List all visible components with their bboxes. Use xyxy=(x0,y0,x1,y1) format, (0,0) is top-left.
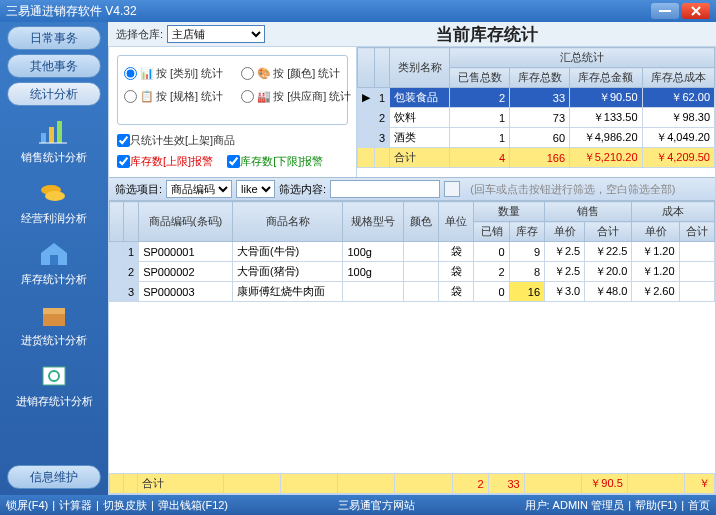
content-area: 选择仓库: 主店铺 当前库存统计 📊按 [类别] 统计 🎨按 [颜色] 统计 📋… xyxy=(108,22,716,495)
status-link[interactable]: 用户: ADMIN 管理员 xyxy=(525,499,625,511)
svg-point-5 xyxy=(45,191,65,201)
svg-rect-6 xyxy=(50,255,58,265)
app-title: 三易通进销存软件 V4.32 xyxy=(6,3,648,20)
filter-apply-button[interactable] xyxy=(444,181,460,197)
sidebar-item-purchase-stats[interactable]: 进货统计分析 xyxy=(21,299,87,348)
sidebar-pill-daily[interactable]: 日常事务 xyxy=(7,26,101,50)
status-link[interactable]: 锁屏(F4) xyxy=(6,499,48,511)
filter-input[interactable] xyxy=(330,180,440,198)
stat-options-panel: 📊按 [类别] 统计 🎨按 [颜色] 统计 📋按 [规格] 统计 🏭按 [供应商… xyxy=(109,47,357,177)
radio-by-spec[interactable]: 📋按 [规格] 统计 xyxy=(124,89,223,104)
filter-content-label: 筛选内容: xyxy=(279,182,326,197)
filter-op-select[interactable]: like xyxy=(236,180,275,198)
status-bar: 锁屏(F4)|计算器|切换皮肤|弹出钱箱(F12) 三易通官方网站 用户: AD… xyxy=(0,495,716,515)
box-icon xyxy=(36,299,72,331)
warehouse-select[interactable]: 主店铺 xyxy=(167,25,265,43)
sidebar-pill-info[interactable]: 信息维护 xyxy=(7,465,101,489)
chart-icon xyxy=(36,116,72,148)
product-detail-table[interactable]: 商品编码(条码) 商品名称 规格型号 颜色 单位 数量 销售 成本 已销 库存 xyxy=(109,201,715,473)
table-row[interactable]: 2SP000002大骨面(猪骨)100g袋28￥2.5￥20.0￥1.20 xyxy=(110,262,715,282)
sidebar-item-jxc-stats[interactable]: 进销存统计分析 xyxy=(16,360,93,409)
detail-total-row: 合计 2 33 ￥90.5 ￥ xyxy=(109,473,715,494)
close-button[interactable] xyxy=(682,3,710,19)
summary-total-row: 合计 4 166 ￥5,210.20 ￥4,209.50 xyxy=(358,148,715,168)
table-row[interactable]: 3酒类160￥4,986.20￥4,049.20 xyxy=(358,128,715,148)
title-bar: 三易通进销存软件 V4.32 xyxy=(0,0,716,22)
table-row[interactable]: 3SP000003康师傅红烧牛肉面袋016￥3.0￥48.0￥2.60 xyxy=(110,282,715,302)
svg-rect-0 xyxy=(659,10,671,12)
top-controls: 选择仓库: 主店铺 当前库存统计 xyxy=(108,22,716,46)
filter-hint: (回车或点击按钮进行筛选，空白筛选全部) xyxy=(470,182,675,197)
sidebar: 日常事务 其他事务 统计分析 销售统计分析 经营利润分析 库存统计分析 进货统计… xyxy=(0,22,108,495)
cycle-icon xyxy=(36,360,72,392)
svg-rect-1 xyxy=(41,133,46,143)
checkbox-only-onshelf[interactable]: 只统计生效[上架]商品 xyxy=(117,133,348,148)
filter-label: 筛选项目: xyxy=(115,182,162,197)
svg-rect-3 xyxy=(57,121,62,143)
sidebar-item-sales-stats[interactable]: 销售统计分析 xyxy=(21,116,87,165)
sidebar-item-stock-stats[interactable]: 库存统计分析 xyxy=(21,238,87,287)
status-link[interactable]: 计算器 xyxy=(59,499,92,511)
status-link[interactable]: 切换皮肤 xyxy=(103,499,147,511)
coins-icon xyxy=(36,177,72,209)
status-center-link[interactable]: 三易通官方网站 xyxy=(338,498,415,513)
radio-by-category[interactable]: 📊按 [类别] 统计 xyxy=(124,66,223,81)
category-summary-table[interactable]: 类别名称 汇总统计 已售总数 库存总数 库存总金额 库存总成本 ▶1包装食品23… xyxy=(357,47,715,177)
filter-column-select[interactable]: 商品编码 xyxy=(166,180,232,198)
warehouse-label: 选择仓库: xyxy=(116,27,163,42)
svg-rect-8 xyxy=(43,308,65,314)
svg-rect-9 xyxy=(43,367,65,385)
sidebar-item-profit[interactable]: 经营利润分析 xyxy=(21,177,87,226)
svg-rect-2 xyxy=(49,127,54,143)
checkbox-alarm-upper[interactable]: 库存数[上限]报警 xyxy=(117,154,213,169)
table-row[interactable]: ▶1包装食品233￥90.50￥62.00 xyxy=(358,88,715,108)
page-title: 当前库存统计 xyxy=(265,23,708,46)
minimize-button[interactable] xyxy=(651,3,679,19)
checkbox-alarm-lower[interactable]: 库存数[下限]报警 xyxy=(227,154,323,169)
sidebar-pill-stats[interactable]: 统计分析 xyxy=(7,82,101,106)
sidebar-pill-other[interactable]: 其他事务 xyxy=(7,54,101,78)
radio-by-color[interactable]: 🎨按 [颜色] 统计 xyxy=(241,66,340,81)
table-row[interactable]: 2饮料173￥133.50￥98.30 xyxy=(358,108,715,128)
status-link[interactable]: 弹出钱箱(F12) xyxy=(158,499,228,511)
table-row[interactable]: 1SP000001大骨面(牛骨)100g袋09￥2.5￥22.5￥1.20 xyxy=(110,242,715,262)
status-link[interactable]: 帮助(F1) xyxy=(635,499,677,511)
radio-by-supplier[interactable]: 🏭按 [供应商] 统计 xyxy=(241,89,351,104)
filter-bar: 筛选项目: 商品编码 like 筛选内容: (回车或点击按钮进行筛选，空白筛选全… xyxy=(109,177,715,201)
house-icon xyxy=(36,238,72,270)
status-link[interactable]: 首页 xyxy=(688,499,710,511)
